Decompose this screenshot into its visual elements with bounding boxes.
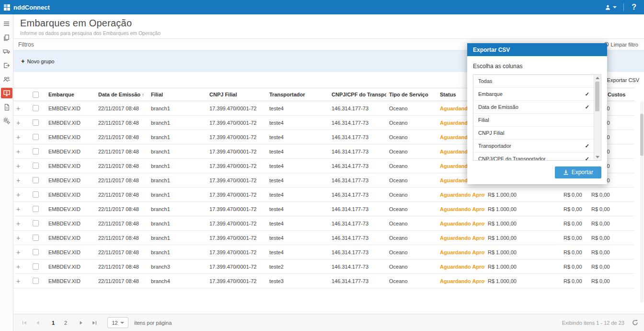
row-checkbox[interactable]	[33, 177, 39, 183]
expand-row-icon[interactable]: +	[16, 133, 20, 141]
expand-row-icon[interactable]: +	[16, 177, 20, 184]
cell-embarque: EMBDEV.XID	[46, 116, 95, 130]
cell-data_emissao: 22/11/2017 08:48	[95, 159, 148, 173]
row-checkbox[interactable]	[33, 263, 39, 270]
export-column-option[interactable]: Transportador✓	[473, 140, 601, 153]
list-scrollbar-thumb[interactable]	[595, 82, 599, 111]
table-row: +EMBDEV.XID22/11/2017 08:48branch117.399…	[13, 216, 634, 231]
sidebar-item-menu[interactable]	[1, 18, 12, 29]
table-row: +EMBDEV.XID22/11/2017 08:48branch117.399…	[13, 245, 634, 260]
expand-row-icon[interactable]: +	[16, 248, 20, 256]
cell-data_emissao: 22/11/2017 08:48	[95, 274, 148, 288]
cell-valor_1: R$ 1.000,00	[485, 188, 561, 202]
cell-embarque: EMBDEV.XID	[46, 260, 95, 274]
cell-custos: R$ 0,00	[588, 274, 634, 288]
export-column-option[interactable]: Embarque✓	[473, 88, 601, 101]
expand-row-icon[interactable]: +	[16, 105, 20, 112]
modal-title: Exportar CSV	[467, 43, 607, 56]
cell-embarque: EMBDEV.XID	[46, 245, 95, 260]
checkbox-cell	[30, 101, 46, 116]
select-all-header[interactable]	[30, 88, 46, 101]
expand-cell: +	[13, 274, 30, 288]
table-scrollbar[interactable]	[640, 101, 644, 303]
checkbox-cell	[30, 188, 46, 202]
refresh-button[interactable]	[632, 319, 638, 326]
last-page-button[interactable]	[89, 318, 100, 328]
cell-tipo_servico: Oceano	[386, 274, 437, 288]
column-header-cnpj_filial[interactable]: CNPJ Filial	[207, 88, 266, 101]
cell-embarque: EMBDEV.XID	[46, 202, 95, 216]
cell-valor_1: R$ 1.000,00	[485, 216, 561, 231]
sidebar-item-users[interactable]	[1, 74, 12, 84]
first-page-button[interactable]	[19, 318, 30, 328]
expand-row-icon[interactable]: +	[16, 148, 20, 155]
export-button[interactable]: Exportar	[555, 166, 601, 178]
sidebar	[0, 14, 13, 331]
cell-cnpj_cpf_transportador: 146.314.177-73	[329, 216, 386, 231]
expand-cell: +	[13, 188, 30, 202]
new-group-button[interactable]: + Novo grupo	[21, 58, 54, 65]
export-column-option[interactable]: Data de Emissão✓	[473, 101, 601, 114]
page-size-select[interactable]: 12	[107, 317, 128, 328]
scrollbar-thumb[interactable]	[640, 114, 644, 156]
export-column-option[interactable]: Todas	[473, 75, 601, 88]
expand-row-icon[interactable]: +	[16, 119, 20, 127]
expand-row-icon[interactable]: +	[16, 234, 20, 242]
row-checkbox[interactable]	[33, 148, 39, 154]
expand-row-icon[interactable]: +	[16, 191, 20, 199]
sidebar-item-document[interactable]	[1, 102, 12, 112]
expand-cell: +	[13, 173, 30, 188]
expand-row-icon[interactable]: +	[16, 263, 20, 271]
clear-filter-button[interactable]: Limpar filtro	[604, 42, 638, 47]
row-checkbox[interactable]	[33, 249, 39, 255]
help-button[interactable]: ?	[629, 3, 639, 12]
row-checkbox[interactable]	[33, 119, 39, 126]
expand-row-icon[interactable]: +	[16, 220, 20, 227]
next-page-button[interactable]	[76, 318, 86, 328]
sidebar-item-truck[interactable]	[1, 46, 12, 57]
list-scrollbar[interactable]	[594, 75, 601, 160]
row-checkbox[interactable]	[33, 235, 39, 241]
column-header-cnpj_cpf_transportador[interactable]: CNPJ/CPF do Transportador	[329, 88, 386, 101]
cell-status: Aguardando Aprovação	[437, 231, 485, 245]
cell-data_emissao: 22/11/2017 08:48	[95, 130, 148, 144]
sidebar-item-settings-gears[interactable]	[1, 116, 12, 126]
column-header-data_emissao[interactable]: Data de Emissão↑	[95, 88, 148, 101]
cell-filial: branch1	[148, 245, 207, 260]
expand-row-icon[interactable]: +	[16, 162, 20, 170]
sign-out-icon	[3, 62, 10, 69]
export-column-option[interactable]: CNPJ/CPF do Transportador✓	[473, 153, 601, 161]
cell-data_emissao: 22/11/2017 08:48	[95, 101, 148, 116]
cell-data_emissao: 22/11/2017 08:48	[95, 188, 148, 202]
scroll-up-icon[interactable]	[596, 77, 599, 79]
export-column-option[interactable]: Filial	[473, 114, 601, 127]
export-column-option[interactable]: CNPJ Filial	[473, 127, 601, 140]
row-checkbox[interactable]	[33, 191, 39, 198]
user-menu-button[interactable]	[603, 4, 619, 11]
column-header-tipo_servico[interactable]: Tipo de Serviço	[386, 88, 437, 101]
row-checkbox[interactable]	[33, 134, 39, 140]
row-checkbox[interactable]	[33, 220, 39, 226]
export-column-label: Filial	[478, 117, 489, 123]
select-all-checkbox[interactable]	[33, 92, 39, 98]
cell-tipo_servico: Oceano	[386, 260, 437, 274]
cell-tipo_servico: Oceano	[386, 245, 437, 260]
page-button-1[interactable]: 1	[48, 318, 58, 328]
sidebar-item-shipments-monitor[interactable]	[1, 88, 12, 98]
column-header-filial[interactable]: Filial	[148, 88, 207, 101]
row-checkbox[interactable]	[33, 278, 39, 284]
expand-row-icon[interactable]: +	[16, 277, 20, 285]
column-header-embarque[interactable]: Embarque	[46, 88, 95, 101]
expand-row-icon[interactable]: +	[16, 205, 20, 213]
row-checkbox[interactable]	[33, 163, 39, 169]
previous-page-button[interactable]	[33, 318, 43, 328]
sidebar-item-sign-out[interactable]	[1, 60, 12, 71]
column-header-transportador[interactable]: Transportador	[266, 88, 329, 101]
sidebar-item-copy[interactable]	[1, 32, 12, 43]
page-button-2[interactable]: 2	[60, 318, 71, 328]
row-checkbox[interactable]	[33, 105, 39, 111]
scroll-down-icon[interactable]	[596, 156, 599, 158]
modal-prompt: Escolha as colunas	[473, 63, 601, 70]
cell-tipo_servico: Oceano	[386, 231, 437, 245]
row-checkbox[interactable]	[33, 206, 39, 212]
